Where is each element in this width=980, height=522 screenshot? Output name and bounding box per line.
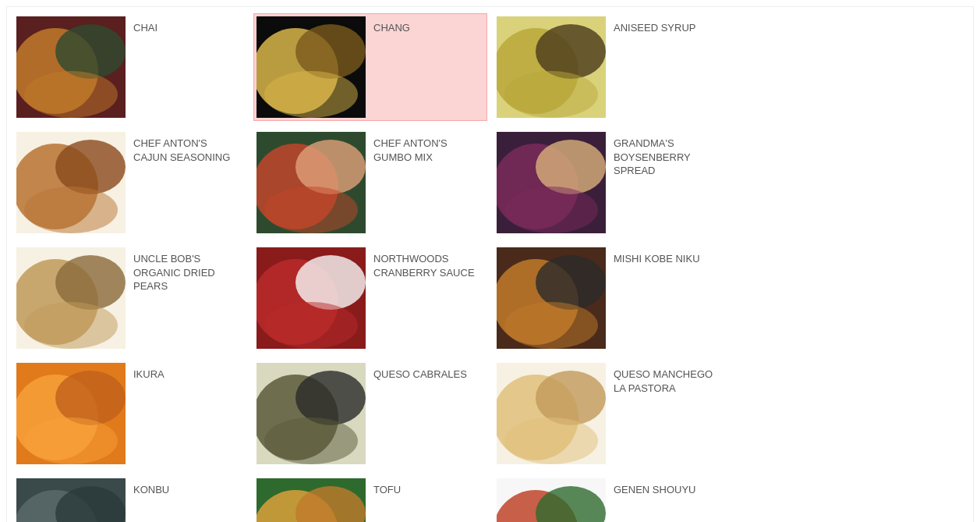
svg-point-22 [536,140,606,194]
product-label: CHEF ANTON'S CAJUN SEASONING [126,132,244,233]
product-thumbnail [16,247,126,349]
svg-point-6 [295,24,366,79]
product-card[interactable]: GRANDMA'S BOYSENBERRY SPREAD [494,129,727,236]
product-card[interactable]: QUESO MANCHEGO LA PASTORA [494,360,727,467]
product-label: CHAI [126,16,165,118]
product-card[interactable]: CHANG [253,13,487,121]
svg-point-2 [55,24,126,79]
product-label: GENEN SHOUYU [606,478,703,522]
product-card[interactable]: NORTHWOODS CRANBERRY SAUCE [253,244,487,352]
product-card[interactable]: CHAI [13,13,247,121]
svg-point-11 [504,71,598,118]
product-label: KONBU [126,478,177,522]
product-thumbnail [256,478,366,522]
product-label: CHEF ANTON'S GUMBO MIX [366,132,484,233]
svg-point-35 [504,302,598,349]
product-label: CHANG [366,16,418,118]
svg-point-39 [24,417,118,464]
svg-point-38 [55,371,126,425]
product-thumbnail [497,16,606,118]
product-label: UNCLE BOB'S ORGANIC DRIED PEARS [126,247,244,349]
product-label: GRANDMA'S BOYSENBERRY SPREAD [606,132,724,233]
svg-point-42 [295,371,366,425]
product-thumbnail [256,132,366,233]
svg-point-10 [536,24,606,79]
svg-point-14 [55,140,126,194]
svg-point-18 [295,140,366,194]
product-card[interactable]: CHEF ANTON'S GUMBO MIX [253,129,487,236]
product-card[interactable]: QUESO CABRALES [253,360,487,467]
product-grid: CHAICHANGANISEED SYRUPCHEF ANTON'S CAJUN… [6,6,974,522]
product-card[interactable]: GENEN SHOUYU [494,475,727,522]
svg-point-19 [264,186,358,233]
product-label: TOFU [366,478,409,522]
svg-point-23 [504,186,598,233]
svg-point-3 [24,71,118,118]
svg-point-26 [55,255,126,310]
product-thumbnail [256,363,366,464]
product-card[interactable]: UNCLE BOB'S ORGANIC DRIED PEARS [13,244,247,352]
product-thumbnail [16,363,126,464]
svg-point-30 [295,255,366,310]
product-label: QUESO CABRALES [366,363,475,464]
product-thumbnail [256,247,366,349]
product-card[interactable]: IKURA [13,360,247,467]
svg-point-31 [264,302,358,349]
product-label: MISHI KOBE NIKU [606,247,708,349]
svg-point-15 [24,186,118,233]
svg-point-47 [504,417,598,464]
product-card[interactable]: MISHI KOBE NIKU [494,244,727,352]
svg-point-7 [264,71,358,118]
product-thumbnail [497,363,606,464]
svg-point-43 [264,417,358,464]
product-thumbnail [497,247,606,349]
product-label: IKURA [126,363,172,464]
product-card[interactable]: CHEF ANTON'S CAJUN SEASONING [13,129,247,236]
product-thumbnail [16,16,126,118]
product-label: QUESO MANCHEGO LA PASTORA [606,363,724,464]
svg-point-34 [536,255,606,310]
product-card[interactable]: TOFU [253,475,487,522]
product-card[interactable]: KONBU [13,475,247,522]
product-thumbnail [256,16,366,118]
product-label: ANISEED SYRUP [606,16,703,118]
product-thumbnail [497,132,606,233]
product-label: NORTHWOODS CRANBERRY SAUCE [366,247,484,349]
product-thumbnail [16,132,126,233]
svg-point-46 [536,371,606,425]
product-thumbnail [16,478,126,522]
product-card[interactable]: ANISEED SYRUP [494,13,727,121]
product-thumbnail [497,478,606,522]
svg-point-27 [24,302,118,349]
